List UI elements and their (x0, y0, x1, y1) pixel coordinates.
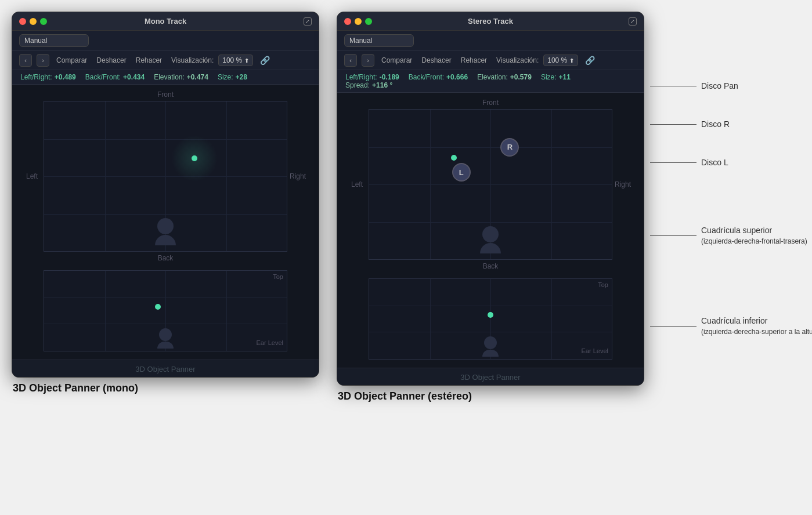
stereo-ear-level-label: Ear Level (582, 347, 608, 354)
stereo-viz-value[interactable]: 100 % ⬆ (543, 55, 578, 66)
stereo-head-body-bottom (482, 350, 499, 357)
close-button[interactable] (19, 18, 26, 25)
stereo-elev-param: Elevation: +0.579 (477, 73, 532, 81)
grid-line-v3 (226, 101, 227, 251)
stereo-grid-line-v1 (430, 110, 431, 259)
stereo-top-grid-wrapper: Left Right (369, 109, 612, 260)
stereo-annotation-group: Stereo Track ⤢ Manual ‹ › Comparar Desha… (337, 12, 812, 402)
stereo-mode-select[interactable]: Manual (344, 34, 414, 47)
stereo-bf-value: +0.666 (446, 73, 468, 81)
stereo-size-label: Size: (541, 73, 557, 81)
cuadricula-sup-annotation: Cuadrícula superior (izquierda-derecha-f… (650, 225, 812, 246)
stereo-undo-button[interactable]: Deshacer (419, 55, 453, 66)
mono-top-section: Front Left Right (20, 90, 311, 262)
cuadricula-sup-sub: (izquierda-derecha-frontal-trasera) (701, 237, 807, 245)
annotations-column: Disco Pan Disco R Disco L Cuadrícula sup… (644, 12, 812, 336)
disco-pan-annotation: Disco Pan (650, 81, 812, 90)
cuadricula-inf-sub: (izquierda-derecha-superior a la altura … (701, 328, 812, 336)
stereo-disk-r[interactable]: R (500, 138, 519, 157)
cuadricula-inf-line (650, 326, 696, 327)
stereo-panel-wrapper: Stereo Track ⤢ Manual ‹ › Comparar Desha… (337, 12, 644, 402)
mono-back-label: Back (44, 254, 287, 262)
mono-top-label: Top (273, 273, 283, 280)
mono-ear-level-label: Ear Level (257, 339, 283, 346)
size-param: Size: +28 (218, 73, 247, 81)
stereo-fullscreen-button[interactable] (365, 18, 372, 25)
mono-bottom-section: Top Ear Level (20, 270, 311, 351)
back-button[interactable]: ‹ (19, 54, 32, 67)
stereo-lr-value: -0.189 (380, 73, 399, 81)
cuadricula-inf-text-block: Cuadrícula inferior (izquierda-derecha-s… (701, 315, 812, 336)
stereo-elev-value: +0.579 (510, 73, 532, 81)
mono-panel-wrapper: Mono Track ⤢ Manual ‹ › Comparar Deshace… (12, 12, 319, 394)
stereo-window-title: Stereo Track (468, 17, 513, 26)
disco-pan-line (650, 86, 696, 86)
stereo-disk-l[interactable]: L (452, 163, 471, 182)
stereo-redo-button[interactable]: Rehacer (459, 55, 489, 66)
undo-button[interactable]: Deshacer (94, 55, 128, 66)
stereo-minimize-button[interactable] (355, 18, 362, 25)
stereo-bottom-grid: Top Ear Level (369, 278, 612, 360)
disco-l-text: Disco L (701, 158, 728, 167)
panels-container: Mono Track ⤢ Manual ‹ › Comparar Deshace… (12, 12, 812, 402)
viz-label: Visualización: (171, 56, 214, 64)
size-value: +28 (236, 73, 247, 81)
stereo-bottom-dot[interactable] (488, 312, 493, 318)
stereo-main-dot[interactable] (451, 155, 457, 161)
mono-top-grid (44, 101, 287, 252)
stereo-content: Front Left Right (337, 93, 644, 368)
cuadricula-sup-text-block: Cuadrícula superior (izquierda-derecha-f… (701, 225, 807, 246)
cuadricula-inf-item: Cuadrícula inferior (izquierda-derecha-s… (650, 315, 812, 336)
stereo-bottom-section: Top Ear Level (345, 278, 636, 360)
stereo-close-button[interactable] (344, 18, 351, 25)
mono-footer: 3D Object Panner (12, 360, 319, 377)
cuadricula-sup-line (650, 235, 696, 236)
head-body-bottom (157, 342, 174, 349)
link-button[interactable]: 🔗 (260, 56, 270, 65)
stereo-panel-label: 3D Object Panner (estéreo) (337, 390, 644, 402)
bf-label: Back/Front: (85, 73, 121, 81)
lr-param: Left/Right: +0.489 (20, 73, 76, 81)
stereo-top-section: Front Left Right (345, 99, 636, 270)
redo-button[interactable]: Rehacer (133, 55, 164, 66)
stereo-spread-param: Spread: +116 ° (345, 81, 392, 89)
grid-line-bv3 (226, 271, 227, 351)
mono-main-dot[interactable] (192, 155, 197, 161)
stereo-head-silhouette (480, 226, 501, 253)
mono-left-label: Left (26, 172, 38, 180)
viz-value[interactable]: 100 % ⬆ (218, 55, 253, 66)
disco-l-line (650, 162, 696, 163)
stereo-head-circle (482, 226, 499, 242)
stereo-titlebar: Stereo Track ⤢ (337, 12, 644, 31)
stereo-params-bar: Left/Right: -0.189 Back/Front: +0.666 El… (337, 70, 644, 93)
stereo-front-label: Front (369, 99, 612, 107)
mono-bottom-dot[interactable] (155, 304, 161, 310)
mono-dropdown-bar: Manual (12, 31, 319, 51)
compare-button[interactable]: Comparar (54, 55, 89, 66)
mono-front-label: Front (44, 90, 287, 99)
bf-value: +0.434 (123, 73, 145, 81)
lr-value: +0.489 (55, 73, 76, 81)
grid-line-v1 (105, 101, 106, 251)
stereo-back-label: Back (369, 262, 612, 270)
stereo-spread-value: +116 ° (372, 81, 392, 89)
fullscreen-button[interactable] (40, 18, 47, 25)
mono-panel-label: 3D Object Panner (mono) (12, 382, 319, 394)
mono-mode-select[interactable]: Manual (19, 34, 89, 47)
mono-right-label: Right (290, 172, 306, 180)
stereo-left-label: Left (351, 180, 363, 188)
stereo-expand-button[interactable]: ⤢ (629, 17, 637, 26)
stereo-back-button[interactable]: ‹ (344, 54, 357, 67)
expand-button[interactable]: ⤢ (304, 17, 312, 26)
cuadricula-inf-annotation: Cuadrícula inferior (izquierda-derecha-s… (650, 315, 812, 336)
traffic-lights (19, 18, 47, 25)
forward-button[interactable]: › (37, 54, 49, 67)
stereo-compare-button[interactable]: Comparar (379, 55, 414, 66)
head-circle-bottom (159, 328, 172, 341)
stereo-bf-param: Back/Front: +0.666 (409, 73, 468, 81)
stereo-bf-label: Back/Front: (409, 73, 444, 81)
mono-titlebar: Mono Track ⤢ (12, 12, 319, 31)
stereo-forward-button[interactable]: › (362, 54, 374, 67)
minimize-button[interactable] (30, 18, 37, 25)
stereo-link-button[interactable]: 🔗 (585, 56, 595, 65)
